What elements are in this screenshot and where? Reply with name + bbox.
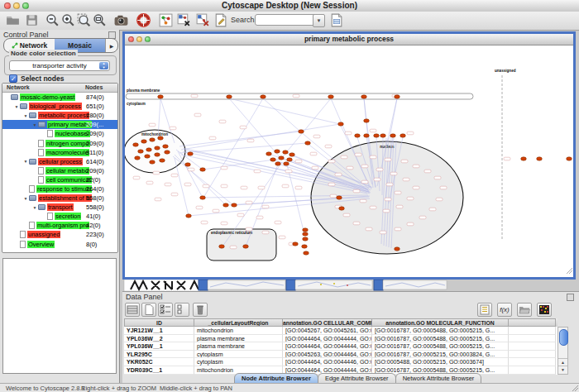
table-row[interactable]: YPL036W__2plasma membrane[GO:0044464, GO… bbox=[124, 335, 557, 343]
node-label[interactable] bbox=[295, 186, 302, 189]
advanced-search-icon[interactable] bbox=[328, 12, 344, 28]
network-node[interactable] bbox=[219, 245, 225, 248]
help-lifering-icon[interactable] bbox=[136, 12, 151, 28]
network-node[interactable] bbox=[364, 119, 370, 122]
network-node[interactable] bbox=[185, 163, 191, 166]
network-node[interactable] bbox=[186, 214, 192, 218]
node-label[interactable] bbox=[360, 199, 366, 203]
node-label[interactable] bbox=[345, 131, 352, 135]
network-node[interactable] bbox=[380, 134, 386, 137]
network-node[interactable] bbox=[279, 156, 285, 160]
zoom-in-icon[interactable] bbox=[60, 12, 76, 28]
network-node[interactable] bbox=[146, 148, 152, 151]
tree-row[interactable]: nitrogen compo209(0) bbox=[2, 138, 117, 147]
table-column-header[interactable]: ID bbox=[124, 318, 194, 327]
unselect-attributes-icon[interactable] bbox=[175, 303, 189, 317]
node-label[interactable] bbox=[312, 166, 318, 170]
network-node[interactable] bbox=[150, 160, 156, 164]
node-label[interactable] bbox=[390, 172, 397, 175]
node-label[interactable] bbox=[240, 126, 246, 129]
import-attributes-folder-icon[interactable] bbox=[517, 303, 532, 317]
node-label[interactable] bbox=[395, 191, 401, 194]
node-label[interactable] bbox=[380, 231, 386, 234]
node-label[interactable] bbox=[146, 181, 153, 184]
network-node[interactable] bbox=[133, 143, 139, 146]
node-label[interactable] bbox=[341, 155, 347, 159]
new-attribute-icon[interactable] bbox=[141, 303, 156, 317]
network-node[interactable] bbox=[303, 237, 309, 241]
network-node[interactable] bbox=[567, 157, 572, 160]
network-node[interactable] bbox=[304, 251, 309, 255]
tree-row[interactable]: Overview8(0) bbox=[2, 240, 117, 249]
network-node[interactable] bbox=[355, 134, 361, 137]
data-panel-float-icon[interactable] bbox=[567, 294, 574, 301]
network-node[interactable] bbox=[283, 151, 289, 154]
node-label[interactable] bbox=[282, 184, 289, 188]
select-nodes-checkbox[interactable]: ✓ bbox=[9, 74, 17, 83]
node-label[interactable] bbox=[413, 165, 419, 168]
node-label[interactable] bbox=[285, 170, 292, 173]
window-resize-grip[interactable] bbox=[566, 267, 572, 274]
tree-row[interactable]: unassigned223(0) bbox=[2, 230, 117, 239]
network-node[interactable] bbox=[158, 136, 164, 140]
network-node[interactable] bbox=[305, 141, 311, 145]
node-label[interactable] bbox=[221, 166, 227, 170]
node-label[interactable] bbox=[213, 209, 219, 213]
node-label[interactable] bbox=[347, 166, 353, 170]
network-node[interactable] bbox=[155, 146, 160, 150]
node-label[interactable] bbox=[330, 194, 337, 198]
tree-row[interactable]: cell communicat22(0) bbox=[2, 175, 117, 184]
network-node[interactable] bbox=[223, 203, 229, 207]
node-label[interactable] bbox=[429, 208, 436, 211]
zoom-fit-icon[interactable] bbox=[92, 12, 108, 28]
node-label[interactable] bbox=[246, 201, 252, 204]
table-row[interactable]: YLR295Ccytoplasm[GO:0045263, GO:0044464,… bbox=[124, 351, 557, 359]
expand-arrow-icon[interactable]: ▼ bbox=[31, 205, 38, 210]
node-label[interactable] bbox=[355, 153, 361, 156]
zoom-selected-region-icon[interactable] bbox=[76, 12, 92, 28]
expand-arrow-icon[interactable]: ▼ bbox=[22, 196, 29, 201]
network-node[interactable] bbox=[339, 207, 345, 210]
network-node[interactable] bbox=[138, 150, 144, 153]
select-attributes-icon[interactable] bbox=[158, 303, 173, 317]
background-window-titlebar-3[interactable] bbox=[374, 280, 383, 290]
network-node[interactable] bbox=[141, 140, 147, 143]
table-row[interactable]: YPL036W__1plasma membrane[GO:0044464, GO… bbox=[124, 342, 557, 351]
network-node[interactable] bbox=[302, 245, 308, 248]
annotation-icon[interactable] bbox=[213, 12, 228, 28]
network-node[interactable] bbox=[361, 95, 367, 98]
node-label[interactable] bbox=[237, 213, 244, 217]
network-node[interactable] bbox=[155, 153, 160, 156]
node-label[interactable] bbox=[328, 160, 335, 163]
node-label[interactable] bbox=[325, 145, 332, 148]
tab-overflow-arrow[interactable]: ▶ bbox=[105, 39, 117, 52]
node-label[interactable] bbox=[419, 216, 426, 219]
node-label[interactable] bbox=[171, 174, 178, 177]
table-vertical-scrollbar[interactable]: ▲ ▼ bbox=[557, 327, 568, 375]
tree-row[interactable]: ▼transport558(0) bbox=[2, 203, 117, 212]
node-label[interactable] bbox=[149, 123, 156, 127]
node-label[interactable] bbox=[221, 184, 227, 188]
formula-builder-icon[interactable]: f(x) bbox=[497, 303, 512, 317]
birds-eye-view-panel[interactable] bbox=[2, 258, 117, 374]
node-label[interactable] bbox=[440, 186, 447, 189]
delete-attribute-trash-icon[interactable] bbox=[193, 303, 208, 317]
tree-row[interactable]: ▼primary metabo209(... bbox=[2, 120, 117, 129]
hide-selected-nodes-icon[interactable] bbox=[176, 12, 192, 28]
network-node[interactable] bbox=[293, 242, 299, 246]
node-label[interactable] bbox=[219, 120, 226, 123]
node-label[interactable] bbox=[188, 168, 194, 171]
network-node[interactable] bbox=[160, 159, 165, 162]
node-label[interactable] bbox=[262, 205, 269, 208]
node-label[interactable] bbox=[165, 183, 171, 186]
app-title-bar[interactable]: Cytoscape Desktop (New Session) bbox=[0, 0, 579, 12]
node-label[interactable] bbox=[353, 222, 360, 225]
tree-row[interactable]: mosaic-demo-yeast874(0) bbox=[2, 93, 117, 102]
network-node[interactable] bbox=[338, 122, 344, 126]
node-label[interactable] bbox=[313, 135, 320, 138]
show-selected-nodes-icon[interactable] bbox=[195, 12, 211, 28]
network-node[interactable] bbox=[400, 134, 406, 137]
network-canvas[interactable]: plasma membranecytoplasmmitochondrionnuc… bbox=[125, 45, 573, 275]
table-column-header[interactable]: annotation.GO MOLECULAR_FUNCTION bbox=[372, 318, 509, 327]
network-node[interactable] bbox=[266, 152, 272, 155]
